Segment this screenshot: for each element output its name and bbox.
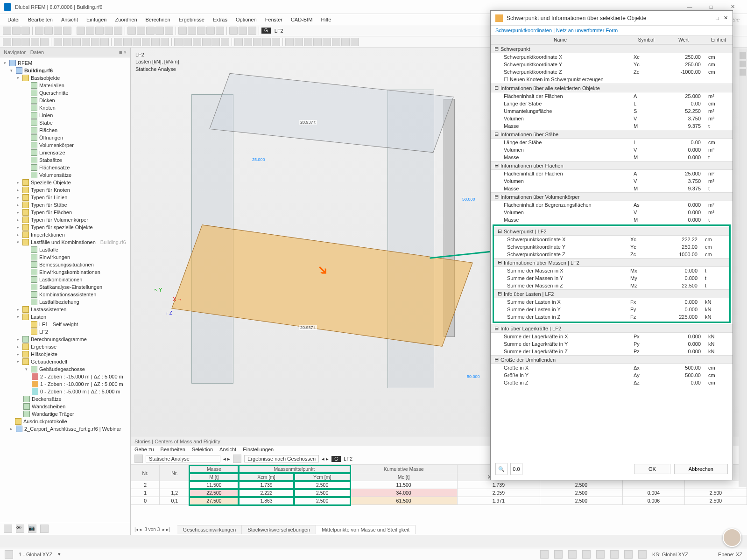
- toolbar-icon[interactable]: [253, 38, 261, 46]
- toolbar-icon[interactable]: [12, 27, 21, 35]
- toolbar-icon[interactable]: [77, 27, 85, 35]
- section-header[interactable]: ⊟ Informationen über Volumenkörper: [491, 192, 733, 201]
- toolbar-icon[interactable]: [86, 27, 94, 35]
- status-icon[interactable]: [5, 550, 13, 559]
- tree-item[interactable]: Dicken: [0, 97, 130, 104]
- navigator-tree[interactable]: ▾RFEM ▾Building.rf6 ▾Basisobjekte Materi…: [0, 57, 130, 522]
- bp-menu[interactable]: Bearbeiten: [161, 447, 185, 452]
- status-icon[interactable]: [596, 550, 605, 559]
- toolbar-icon[interactable]: [221, 38, 229, 46]
- toolbar-icon[interactable]: [313, 38, 322, 46]
- status-icon[interactable]: [540, 550, 549, 559]
- tree-item[interactable]: Stabsätze: [0, 156, 130, 164]
- toolbar-icon[interactable]: [304, 38, 312, 46]
- toolbar-icon[interactable]: [332, 38, 340, 46]
- toolbar-icon[interactable]: [114, 38, 122, 46]
- section-header[interactable]: ⊟ Informationen über alle selektierten O…: [491, 84, 733, 92]
- section-header[interactable]: ⊟ Informationen über Stäbe: [491, 130, 733, 139]
- bp-menu[interactable]: Gehe zu: [134, 447, 154, 452]
- table-row[interactable]: 11,222.5002.2222.50034.0002.0592.5000.00…: [131, 489, 747, 497]
- tree-item[interactable]: Öffnungen: [0, 134, 130, 141]
- toolbar-icon[interactable]: [188, 27, 196, 35]
- toolbar-icon[interactable]: [165, 27, 173, 35]
- menu-optionen[interactable]: Optionen: [232, 16, 261, 23]
- table-row[interactable]: 211.5001.7392.50011.5001.7392.500: [131, 481, 747, 489]
- toolbar-icon[interactable]: [21, 27, 30, 35]
- toolbar-icon[interactable]: [35, 27, 43, 35]
- toolbar-icon[interactable]: [40, 38, 49, 46]
- tab-geschosseinwirkungen[interactable]: Geschosseinwirkungen: [177, 525, 242, 534]
- tree-item[interactable]: Bemessungssituationen: [0, 261, 130, 268]
- cancel-button[interactable]: Abbrechen: [674, 464, 728, 474]
- menu-einfuegen[interactable]: Einfügen: [83, 16, 110, 23]
- section-header[interactable]: ⊟ Schwerpunkt | LF2: [494, 227, 729, 236]
- toolbar-icon[interactable]: [229, 27, 238, 35]
- lf-indicator[interactable]: G: [261, 28, 271, 34]
- toolbar-icon[interactable]: [137, 27, 145, 35]
- bp-menu[interactable]: Einstellungen: [243, 447, 274, 452]
- toolbar-icon[interactable]: [161, 38, 169, 46]
- section-header[interactable]: ⊟ Info über Lasten | LF2: [494, 289, 729, 298]
- status-icon[interactable]: [610, 550, 619, 559]
- toolbar-icon[interactable]: [100, 38, 109, 46]
- toolbar-icon[interactable]: [3, 27, 11, 35]
- toolbar-icon[interactable]: [351, 38, 359, 46]
- toolbar-icon[interactable]: [63, 27, 71, 35]
- toolbar-icon[interactable]: [63, 38, 71, 46]
- tree-item[interactable]: Einwirkungskombinationen: [0, 268, 130, 276]
- toolbar-icon[interactable]: [82, 38, 90, 46]
- tree-item[interactable]: ▸Typen für Flächen: [0, 209, 130, 216]
- toolbar-icon[interactable]: [206, 27, 215, 35]
- tree-item[interactable]: ▸Typen für Volumenkörper: [0, 216, 130, 224]
- lf-badge[interactable]: G: [331, 456, 341, 462]
- toolbar-icon[interactable]: [142, 38, 150, 46]
- dialog-maximize[interactable]: □: [711, 15, 724, 21]
- menu-fenster[interactable]: Fenster: [261, 16, 286, 23]
- table-row[interactable]: 00,127.5001.8632.50061.5001.9712.5000.00…: [131, 497, 747, 505]
- menu-cad-bim[interactable]: CAD-BIM: [287, 16, 316, 23]
- tree-item[interactable]: Querschnitte: [0, 89, 130, 97]
- toolbar-icon[interactable]: [133, 38, 141, 46]
- toolbar-icon[interactable]: [44, 27, 53, 35]
- toolbar-icon[interactable]: [295, 38, 303, 46]
- tab-stockwerksverschiebungen[interactable]: Stockwerksverschiebungen: [242, 525, 316, 534]
- toolbar-icon[interactable]: [91, 38, 99, 46]
- tree-item[interactable]: Einwirkungen: [0, 253, 130, 261]
- toolbar-icon[interactable]: [272, 38, 280, 46]
- tree-item[interactable]: Knoten: [0, 104, 130, 112]
- menu-extras[interactable]: Extras: [209, 16, 231, 23]
- tree-item[interactable]: Flächen: [0, 126, 130, 134]
- toolbar-icon[interactable]: [31, 38, 39, 46]
- tree-item[interactable]: Lastfälle: [0, 246, 130, 253]
- toolbar-icon[interactable]: [193, 38, 201, 46]
- tree-item[interactable]: Liniensätze: [0, 149, 130, 156]
- toolbar-icon[interactable]: [202, 38, 211, 46]
- toolbar-icon[interactable]: [95, 27, 104, 35]
- toolbar-icon[interactable]: [341, 38, 350, 46]
- menu-datei[interactable]: Datei: [4, 16, 23, 23]
- toolbar-icon[interactable]: [155, 27, 164, 35]
- tree-item[interactable]: ▸Spezielle Objekte: [0, 179, 130, 186]
- section-header[interactable]: ⊟ Info über Lagerkräfte | LF2: [491, 324, 733, 333]
- section-header[interactable]: ⊟ Größe der Umhüllenden: [491, 355, 733, 364]
- nav-footer-icon[interactable]: [4, 525, 12, 533]
- ergebnisse-select[interactable]: Ergebnisse nach Geschossen: [244, 455, 319, 462]
- bp-menu[interactable]: Selektion: [192, 447, 213, 452]
- toolbar-icon[interactable]: [146, 27, 155, 35]
- bp-icon[interactable]: [134, 455, 143, 463]
- table-paginator[interactable]: |◂ ◂3 von 3▸ ▸| Geschosseinwirkungen Sto…: [131, 524, 747, 535]
- status-icon[interactable]: [624, 550, 633, 559]
- menu-hilfe[interactable]: Hilfe: [317, 16, 335, 23]
- toolbar-icon[interactable]: [183, 38, 192, 46]
- rail-icon[interactable]: [740, 52, 746, 59]
- tree-item[interactable]: Lastfallbeziehung: [0, 298, 130, 306]
- toolbar-icon[interactable]: [197, 27, 205, 35]
- status-global[interactable]: 1 - Global XYZ: [19, 552, 52, 557]
- toolbar-icon[interactable]: [174, 38, 183, 46]
- toolbar-icon[interactable]: [216, 27, 224, 35]
- tree-item[interactable]: ▸Typen für Stäbe: [0, 201, 130, 209]
- nav-footer-icon[interactable]: [40, 525, 49, 533]
- rail-icon[interactable]: [740, 69, 746, 76]
- toolbar-icon[interactable]: [54, 27, 62, 35]
- section-header[interactable]: ⊟ Informationen über Massen | LF2: [494, 258, 729, 267]
